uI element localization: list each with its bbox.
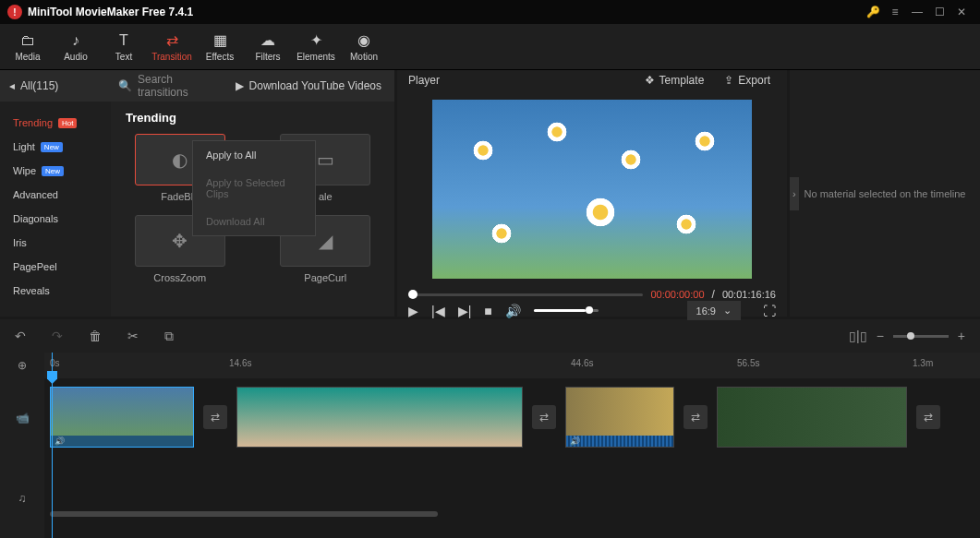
upgrade-icon[interactable]: 🔑 bbox=[862, 1, 884, 23]
category-light[interactable]: LightNew bbox=[0, 135, 111, 159]
category-pagepeel[interactable]: PagePeel bbox=[0, 255, 111, 279]
transition-slot-3[interactable]: ⇄ bbox=[684, 405, 708, 429]
effects-icon: ▦ bbox=[213, 31, 227, 49]
transition-label: ale bbox=[319, 191, 333, 202]
youtube-icon: ▶ bbox=[236, 79, 244, 92]
tab-motion[interactable]: ◉Motion bbox=[340, 24, 388, 69]
tool-label: Elements bbox=[296, 52, 335, 62]
search-input[interactable]: 🔍 Search transitions bbox=[111, 73, 223, 99]
redo-button[interactable]: ↷ bbox=[52, 329, 63, 343]
tool-label: Audio bbox=[64, 52, 88, 62]
download-youtube-button[interactable]: ▶ Download YouTube Videos bbox=[223, 79, 394, 92]
export-label: Export bbox=[738, 74, 770, 87]
add-track-button[interactable]: ⊕ bbox=[0, 353, 44, 378]
category-iris[interactable]: Iris bbox=[0, 231, 111, 255]
category-trending[interactable]: TrendingHot bbox=[0, 111, 111, 135]
collapse-right-button[interactable]: › bbox=[790, 177, 799, 210]
transition-label: CrossZoom bbox=[153, 272, 206, 283]
clip-2[interactable] bbox=[236, 387, 523, 448]
tool-label: Filters bbox=[255, 52, 280, 62]
template-label: Template bbox=[659, 74, 705, 87]
zoom-out-button[interactable]: − bbox=[877, 329, 884, 343]
category-advanced[interactable]: Advanced bbox=[0, 183, 111, 207]
minimize-icon[interactable]: — bbox=[906, 1, 928, 23]
clip-4[interactable] bbox=[717, 387, 907, 448]
template-icon: ❖ bbox=[645, 74, 655, 87]
category-diagonals[interactable]: Diagonals bbox=[0, 207, 111, 231]
filters-icon: ☁ bbox=[260, 31, 275, 49]
ruler-mark: 56.5s bbox=[737, 358, 759, 368]
timeline-ruler[interactable]: 0s14.6s44.6s56.5s1.3m bbox=[44, 353, 980, 378]
menu-icon[interactable]: ≡ bbox=[884, 1, 906, 23]
seek-handle[interactable] bbox=[408, 290, 417, 299]
ruler-mark: 44.6s bbox=[571, 358, 593, 368]
tool-label: Media bbox=[15, 52, 40, 62]
transition-slot-1[interactable]: ⇄ bbox=[203, 405, 227, 429]
timecode-current: 00:00:00:00 bbox=[650, 289, 704, 300]
media-icon: 🗀 bbox=[20, 32, 35, 49]
volume-icon[interactable]: 🔊 bbox=[505, 304, 521, 318]
export-button[interactable]: ⇪ Export bbox=[719, 70, 776, 90]
no-selection-message: No material selected on the timeline bbox=[805, 188, 966, 199]
badge: New bbox=[41, 142, 63, 152]
clip-3[interactable]: 🔊 bbox=[565, 387, 674, 448]
close-icon[interactable]: ✕ bbox=[950, 1, 973, 23]
transition-slot-2[interactable]: ⇄ bbox=[532, 405, 556, 429]
audio-track[interactable] bbox=[44, 456, 980, 511]
play-button[interactable]: ▶ bbox=[408, 304, 418, 318]
aspect-ratio-select[interactable]: 16:9 ⌄ bbox=[687, 301, 741, 320]
delete-button[interactable]: 🗑 bbox=[89, 329, 102, 343]
tab-transition[interactable]: ⇄Transition bbox=[148, 24, 196, 69]
crop-button[interactable]: ⧉ bbox=[164, 329, 174, 344]
zoom-slider[interactable] bbox=[893, 335, 949, 338]
app-title: MiniTool MovieMaker Free 7.4.1 bbox=[28, 6, 862, 18]
next-frame-button[interactable]: ▶| bbox=[458, 304, 472, 318]
chevron-left-icon: ◂ bbox=[9, 79, 15, 92]
transition-icon: ⇄ bbox=[166, 31, 178, 49]
search-placeholder: Search transitions bbox=[138, 73, 215, 99]
transition-slot-4[interactable]: ⇄ bbox=[916, 405, 940, 429]
seek-bar[interactable] bbox=[408, 293, 643, 296]
undo-button[interactable]: ↶ bbox=[15, 329, 26, 343]
player-title: Player bbox=[408, 74, 630, 87]
speaker-icon: 🔊 bbox=[570, 436, 580, 446]
category-reveals[interactable]: Reveals bbox=[0, 279, 111, 303]
split-button[interactable]: ✂ bbox=[127, 329, 139, 343]
grid-title: Trending bbox=[126, 111, 380, 125]
tool-label: Text bbox=[115, 52, 132, 62]
category-wipe[interactable]: WipeNew bbox=[0, 159, 111, 183]
tool-label: Effects bbox=[206, 52, 234, 62]
playhead[interactable] bbox=[52, 353, 53, 538]
zoom-fit-button[interactable]: ▯|▯ bbox=[849, 329, 867, 343]
zoom-in-button[interactable]: + bbox=[958, 329, 965, 343]
volume-slider[interactable] bbox=[534, 309, 599, 312]
context-menu: Apply to All Apply to Selected Clips Dow… bbox=[192, 140, 316, 236]
ruler-mark: 1.3m bbox=[913, 358, 933, 368]
clip-1[interactable]: 🔊 bbox=[50, 387, 194, 448]
template-button[interactable]: ❖ Template bbox=[639, 70, 710, 90]
fullscreen-button[interactable]: ⛶ bbox=[763, 304, 776, 318]
stop-button[interactable]: ■ bbox=[484, 304, 491, 318]
tab-media[interactable]: 🗀Media bbox=[4, 24, 52, 69]
video-track[interactable]: 🔊 ⇄ ⇄ 🔊 ⇄ ⇄ bbox=[44, 378, 980, 456]
maximize-icon[interactable]: ☐ bbox=[928, 1, 950, 23]
video-preview bbox=[432, 100, 752, 279]
video-track-icon: 📹 bbox=[0, 378, 44, 459]
search-icon: 🔍 bbox=[118, 79, 132, 92]
transition-label: PageCurl bbox=[304, 272, 346, 283]
prev-frame-button[interactable]: |◀ bbox=[431, 304, 445, 318]
audio-icon: ♪ bbox=[72, 32, 79, 49]
horizontal-scrollbar[interactable] bbox=[44, 511, 980, 519]
tab-audio[interactable]: ♪Audio bbox=[52, 24, 100, 69]
aspect-label: 16:9 bbox=[696, 305, 716, 317]
tab-text[interactable]: TText bbox=[100, 24, 148, 69]
audio-track-icon: ♫ bbox=[0, 459, 44, 539]
all-filter-button[interactable]: ◂ All(115) bbox=[0, 79, 111, 92]
tab-filters[interactable]: ☁Filters bbox=[244, 24, 292, 69]
tool-label: Motion bbox=[350, 52, 378, 62]
tab-elements[interactable]: ✦Elements bbox=[292, 24, 340, 69]
tab-effects[interactable]: ▦Effects bbox=[196, 24, 244, 69]
ctx-apply-all[interactable]: Apply to All bbox=[193, 141, 315, 169]
motion-icon: ◉ bbox=[357, 31, 370, 49]
ctx-download-all: Download All bbox=[193, 208, 315, 235]
